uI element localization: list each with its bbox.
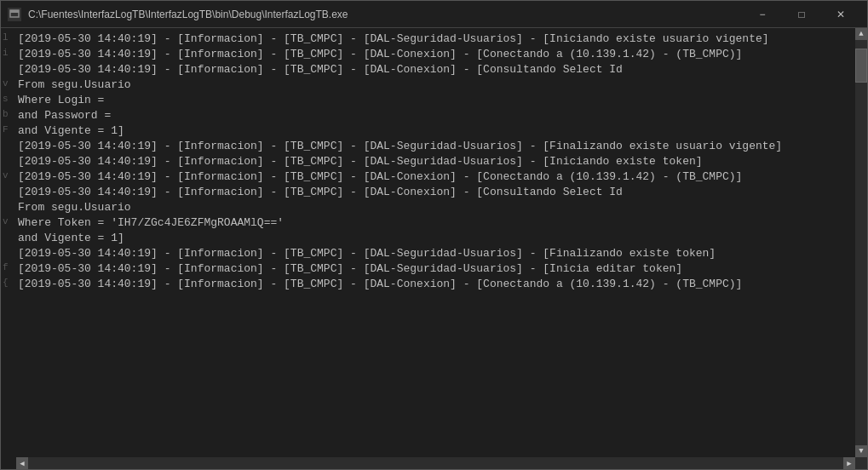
scroll-up-arrow[interactable]: ▲ bbox=[855, 28, 867, 40]
sidebar-char bbox=[1, 244, 16, 260]
log-line: and Vigente = 1] bbox=[18, 123, 852, 139]
scrollbar-corner bbox=[855, 457, 867, 469]
sidebar-char: l bbox=[1, 30, 16, 45]
sidebar-char bbox=[1, 198, 16, 214]
sidebar-char: f bbox=[1, 260, 16, 275]
main-row: [2019-05-30 14:40:19] - [Informacion] - … bbox=[16, 28, 867, 457]
log-line: Where Login = bbox=[18, 93, 852, 108]
console-container: [2019-05-30 14:40:19] - [Informacion] - … bbox=[16, 28, 867, 469]
sidebar-char: b bbox=[1, 106, 16, 122]
console-area[interactable]: [2019-05-30 14:40:19] - [Informacion] - … bbox=[16, 28, 855, 457]
log-line: and Password = bbox=[18, 108, 852, 123]
sidebar-char: v bbox=[1, 214, 16, 229]
sidebar-char: s bbox=[1, 91, 16, 106]
log-line: [2019-05-30 14:40:19] - [Informacion] - … bbox=[18, 261, 852, 277]
sidebar-char: v bbox=[1, 168, 16, 183]
main-window: C:\Fuentes\InterfazLogTB\InterfazLogTB\b… bbox=[0, 0, 868, 470]
minimize-button[interactable]: − bbox=[743, 1, 782, 28]
log-line: From segu.Usuario bbox=[18, 77, 852, 93]
console-output[interactable]: [2019-05-30 14:40:19] - [Informacion] - … bbox=[16, 28, 855, 457]
scroll-thumb[interactable] bbox=[855, 49, 867, 83]
log-line: [2019-05-30 14:40:19] - [Informacion] - … bbox=[18, 47, 852, 62]
scroll-right-arrow[interactable]: ▶ bbox=[843, 457, 855, 469]
sidebar-char: F bbox=[1, 122, 16, 137]
scroll-track[interactable] bbox=[855, 40, 867, 445]
svg-rect-1 bbox=[10, 10, 19, 13]
log-line: [2019-05-30 14:40:19] - [Informacion] - … bbox=[18, 154, 852, 169]
sidebar-char: v bbox=[1, 76, 16, 91]
window-controls: − □ ✕ bbox=[743, 1, 860, 28]
log-line: [2019-05-30 14:40:19] - [Informacion] - … bbox=[18, 169, 852, 185]
sidebar-char: i bbox=[1, 45, 16, 60]
content-area: l i v s b F v v f { [2019-05-30 14:40:19… bbox=[1, 28, 867, 469]
bottom-row: ◀ ▶ bbox=[16, 457, 867, 469]
window-icon bbox=[8, 8, 21, 21]
log-line: [2019-05-30 14:40:19] - [Informacion] - … bbox=[18, 32, 852, 47]
log-line: From segu.Usuario bbox=[18, 200, 852, 215]
sidebar-char: { bbox=[1, 275, 16, 290]
empty-space bbox=[18, 292, 852, 445]
log-line: [2019-05-30 14:40:19] - [Informacion] - … bbox=[18, 139, 852, 154]
sidebar-char bbox=[1, 137, 16, 152]
window-title: C:\Fuentes\InterfazLogTB\InterfazLogTB\b… bbox=[28, 9, 743, 20]
horizontal-scrollbar[interactable]: ◀ ▶ bbox=[16, 457, 855, 469]
maximize-button[interactable]: □ bbox=[782, 1, 821, 28]
title-bar: C:\Fuentes\InterfazLogTB\InterfazLogTB\b… bbox=[1, 1, 867, 28]
close-button[interactable]: ✕ bbox=[821, 1, 860, 28]
scroll-down-arrow[interactable]: ▼ bbox=[855, 445, 867, 457]
sidebar-char bbox=[1, 183, 16, 198]
log-line: [2019-05-30 14:40:19] - [Informacion] - … bbox=[18, 277, 852, 292]
left-sidebar: l i v s b F v v f { bbox=[1, 28, 16, 469]
scroll-left-arrow[interactable]: ◀ bbox=[16, 457, 28, 469]
log-line: and Vigente = 1] bbox=[18, 231, 852, 246]
log-line: Where Token = 'IH7/ZGc4JE6ZFMgROAAMlQ==' bbox=[18, 215, 852, 231]
log-line: [2019-05-30 14:40:19] - [Informacion] - … bbox=[18, 185, 852, 200]
sidebar-char bbox=[1, 60, 16, 76]
sidebar-char bbox=[1, 229, 16, 244]
vertical-scrollbar[interactable]: ▲ ▼ bbox=[855, 28, 867, 457]
sidebar-char bbox=[1, 152, 16, 168]
log-line: [2019-05-30 14:40:19] - [Informacion] - … bbox=[18, 62, 852, 77]
log-line: [2019-05-30 14:40:19] - [Informacion] - … bbox=[18, 246, 852, 261]
h-scroll-track[interactable] bbox=[28, 457, 843, 469]
